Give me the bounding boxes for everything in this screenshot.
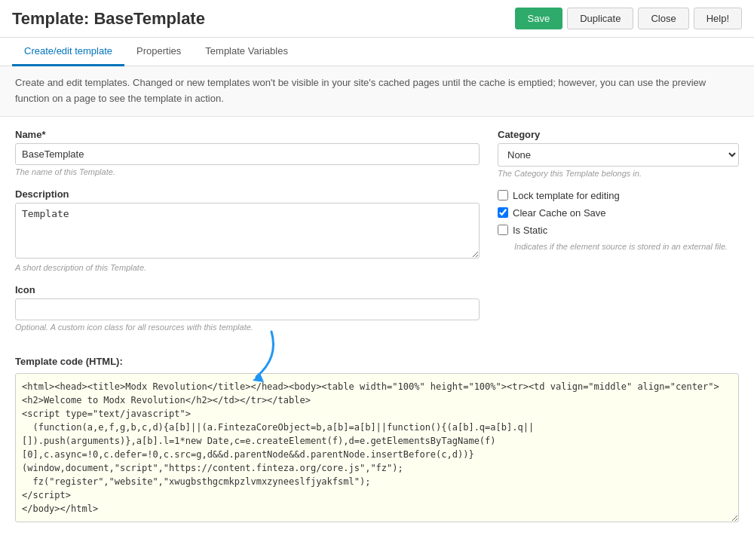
- is-static-group: Is Static: [498, 225, 739, 236]
- icon-group: Icon Optional. A custom icon class for a…: [15, 284, 480, 332]
- template-code-input[interactable]: <html><head><title>Modx Revolution</titl…: [15, 373, 739, 522]
- lock-template-group: Lock template for editing: [498, 190, 739, 201]
- close-button[interactable]: Close: [638, 8, 688, 29]
- clear-cache-checkbox[interactable]: [498, 207, 508, 218]
- is-static-hint: Indicates if the element source is store…: [514, 242, 739, 251]
- template-code-label: Template code (HTML):: [15, 356, 739, 367]
- tab-properties[interactable]: Properties: [124, 38, 193, 66]
- icon-label: Icon: [15, 284, 480, 295]
- description-label: Description: [15, 188, 480, 200]
- clear-cache-group: Clear Cache on Save: [498, 207, 739, 219]
- header-buttons: Save Duplicate Close Help!: [515, 8, 742, 29]
- category-group: Category None The Category this Template…: [498, 129, 739, 178]
- name-label: Name*: [15, 129, 480, 140]
- arrow-area: <html><head><title>Modx Revolution</titl…: [15, 373, 739, 525]
- page-header: Template: BaseTemplate Save Duplicate Cl…: [0, 0, 754, 38]
- help-button[interactable]: Help!: [694, 8, 742, 29]
- lock-template-label[interactable]: Lock template for editing: [513, 190, 620, 201]
- template-code-section: Template code (HTML): <html><head><title…: [0, 356, 754, 540]
- icon-hint: Optional. A custom icon class for all re…: [15, 323, 480, 332]
- save-button[interactable]: Save: [515, 8, 563, 29]
- category-hint: The Category this Template belongs in.: [498, 169, 739, 178]
- tab-template-variables[interactable]: Template Variables: [193, 38, 300, 66]
- tab-bar: Create/edit template Properties Template…: [0, 38, 754, 66]
- description-group: Description Template A short description…: [15, 188, 480, 272]
- category-select[interactable]: None: [498, 143, 739, 167]
- clear-cache-label[interactable]: Clear Cache on Save: [513, 207, 606, 219]
- lock-template-checkbox[interactable]: [498, 190, 508, 200]
- description-hint: A short description of this Template.: [15, 263, 480, 272]
- category-label: Category: [498, 129, 739, 140]
- is-static-checkbox[interactable]: [498, 225, 508, 235]
- right-column: Category None The Category this Template…: [498, 129, 739, 344]
- is-static-label[interactable]: Is Static: [513, 225, 547, 236]
- left-column: Name* The name of this Template. Descrip…: [15, 129, 480, 344]
- duplicate-button[interactable]: Duplicate: [567, 8, 633, 29]
- icon-input[interactable]: [15, 298, 480, 320]
- name-input[interactable]: [15, 143, 480, 165]
- main-content: Name* The name of this Template. Descrip…: [0, 117, 754, 356]
- name-hint: The name of this Template.: [15, 167, 480, 176]
- tab-create-edit-template[interactable]: Create/edit template: [12, 38, 124, 66]
- name-group: Name* The name of this Template.: [15, 129, 480, 176]
- info-bar: Create and edit templates. Changed or ne…: [0, 66, 754, 117]
- description-input[interactable]: Template: [15, 203, 480, 259]
- page-title: Template: BaseTemplate: [12, 9, 205, 29]
